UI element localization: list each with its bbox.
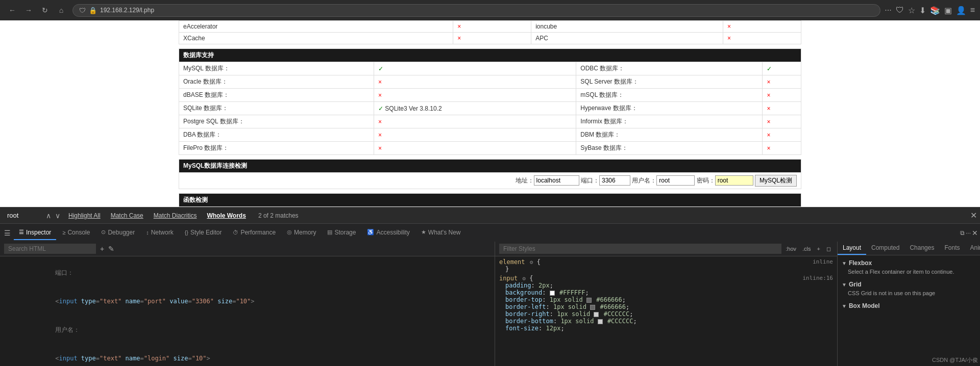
search-next-button[interactable]: ∨ <box>53 211 62 221</box>
pick-element-button[interactable]: ✎ <box>108 245 114 253</box>
menu-icon[interactable]: ≡ <box>970 6 975 15</box>
tab-performance[interactable]: ⏱ Performance <box>228 226 281 240</box>
table-row: MySQL数据库连接检测 <box>179 160 801 173</box>
tab-inspector[interactable]: ☰ Inspector <box>14 226 56 240</box>
cell: Informix 数据库： <box>576 115 763 128</box>
grid-header[interactable]: ▼ Grid <box>842 281 976 288</box>
network-icon: ↕ <box>146 229 149 236</box>
more-icon[interactable]: ··· <box>885 6 891 15</box>
layout-tab-changes[interactable]: Changes <box>904 242 939 255</box>
cell: × <box>374 75 576 89</box>
css-rule-header: element ⚙ { inline <box>499 258 833 266</box>
port-input[interactable] <box>599 175 630 186</box>
cls-button[interactable]: .cls <box>800 245 813 253</box>
nav-buttons: ← → ↻ ⌂ <box>5 3 68 17</box>
match-case-option[interactable]: Match Case <box>109 211 145 220</box>
cell: × <box>763 102 801 115</box>
attr-val: "text" <box>100 298 121 305</box>
layout-tab-fonts[interactable]: Fonts <box>939 242 965 255</box>
tab-accessibility[interactable]: ♿ Accessibility <box>362 226 414 240</box>
cell: × <box>763 115 801 128</box>
search-close-button[interactable]: ✕ <box>970 211 977 220</box>
pass-input[interactable] <box>715 175 753 186</box>
cell: APC <box>531 33 723 44</box>
shield-icon[interactable]: 🛡 <box>896 6 904 15</box>
refresh-button[interactable]: ↻ <box>38 3 52 17</box>
devtools-more-button[interactable]: ··· <box>966 229 971 237</box>
style-editor-icon: {} <box>185 229 188 236</box>
css-toolbar: :hov .cls + ◻ <box>495 242 837 256</box>
download-icon[interactable]: ⬇ <box>919 6 926 15</box>
tab-accessibility-label: Accessibility <box>376 229 409 236</box>
cell: ✓ SQLite3 Ver 3.8.10.2 <box>374 102 576 115</box>
color-swatch[interactable] <box>550 291 555 296</box>
add-node-button[interactable]: + <box>100 245 104 253</box>
devtools-popout-button[interactable]: ⧉ <box>960 229 965 237</box>
mysql-table: MySQL数据库连接检测 地址： 端口： 用户名： 密码： MySQL检测 <box>179 159 801 189</box>
cell: XCache <box>179 33 453 44</box>
css-prop-row: padding: 2px; <box>505 282 833 289</box>
tab-storage[interactable]: ▤ Storage <box>322 226 361 240</box>
debugger-icon: ⊙ <box>101 229 106 236</box>
tab-memory[interactable]: ◎ Memory <box>282 226 321 240</box>
user-input[interactable] <box>656 175 695 186</box>
match-diacritics-option[interactable]: Match Diacritics <box>152 211 199 220</box>
cell: × <box>374 142 576 155</box>
html-line: 用户名： <box>2 316 493 344</box>
address-bar[interactable]: 🛡 🔒 192.168.2.129/l.php <box>72 4 880 17</box>
color-swatch[interactable] <box>598 319 603 324</box>
color-swatch[interactable] <box>590 305 595 310</box>
main-content: eAccelerator × ioncube × XCache × APC × … <box>0 20 980 207</box>
whole-words-option[interactable]: Whole Words <box>205 211 248 220</box>
devtools-tab-picker[interactable]: ☰ <box>2 229 13 237</box>
table-row: eAccelerator × ioncube × <box>179 21 801 33</box>
tab-whats-new[interactable]: ★ What's New <box>416 226 466 240</box>
bookmarks-icon[interactable]: 📚 <box>930 6 940 15</box>
mysql-check-button[interactable]: MySQL检测 <box>755 175 797 187</box>
box-model-header[interactable]: ▼ Box Model <box>842 302 976 309</box>
layout-tab-animat[interactable]: Animat… <box>965 242 980 255</box>
layout-tab-layout[interactable]: Layout <box>838 242 866 255</box>
highlight-all-option[interactable]: Highlight All <box>66 211 103 220</box>
tab-style-editor[interactable]: {} Style Editor <box>180 226 227 240</box>
css-prop-row: border-top: 1px solid #666666; <box>505 296 833 303</box>
css-prop-row: background: #FFFFFF; <box>505 289 833 296</box>
color-swatch[interactable] <box>586 298 592 303</box>
cell: ✓ <box>763 62 801 75</box>
addr-input[interactable] <box>534 175 579 186</box>
tab-performance-label: Performance <box>240 229 276 236</box>
color-swatch[interactable] <box>594 312 599 317</box>
profile-icon[interactable]: 👤 <box>956 6 966 15</box>
html-search-input[interactable] <box>4 244 96 254</box>
layout-section-box-model: ▼ Box Model <box>842 302 976 309</box>
devtools-close-button[interactable]: ✕ <box>972 229 978 237</box>
screenshot-button[interactable]: ◻ <box>824 245 833 253</box>
table-row: 函数检测 <box>179 194 801 207</box>
css-prop-row: border-left: 1px solid #666666; <box>505 303 833 310</box>
cell: 地址： 端口： 用户名： 密码： MySQL检测 <box>179 173 801 189</box>
layout-panel: Layout Computed Changes Fonts Animat… ▼ … <box>837 242 980 366</box>
tab-network[interactable]: ↕ Network <box>141 226 179 240</box>
cell: × <box>763 142 801 155</box>
layout-tab-computed[interactable]: Computed <box>866 242 904 255</box>
devtools-body: + ✎ 端口： <input type="text" name="port" v… <box>0 242 980 366</box>
html-toolbar: + ✎ <box>0 242 495 256</box>
tab-console[interactable]: ≥ Console <box>57 226 95 240</box>
window-icon[interactable]: ▣ <box>944 6 952 15</box>
flexbox-arrow: ▼ <box>842 260 847 266</box>
add-rule-button[interactable]: + <box>815 245 822 253</box>
matches-count: 2 of 2 matches <box>258 212 299 219</box>
bookmark-icon[interactable]: ☆ <box>908 6 915 15</box>
home-button[interactable]: ⌂ <box>54 3 68 17</box>
flexbox-content: Select a Flex container or item to conti… <box>842 269 976 275</box>
back-button[interactable]: ← <box>5 3 19 17</box>
cell: × <box>453 33 531 44</box>
css-filter-input[interactable] <box>499 244 781 254</box>
css-closing-brace: } <box>505 266 509 273</box>
tab-debugger[interactable]: ⊙ Debugger <box>96 226 140 240</box>
forward-button[interactable]: → <box>21 3 36 17</box>
hover-button[interactable]: :hov <box>783 245 798 253</box>
html-line: <input type="text" name="port" value="33… <box>2 287 493 316</box>
search-prev-button[interactable]: ∧ <box>44 211 53 221</box>
flexbox-header[interactable]: ▼ Flexbox <box>842 259 976 267</box>
